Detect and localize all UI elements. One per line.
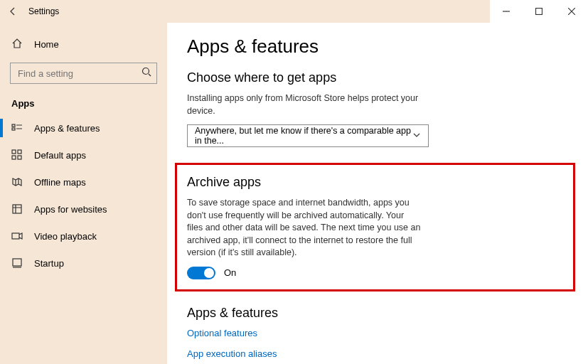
minimize-button[interactable] bbox=[490, 0, 523, 23]
svg-rect-8 bbox=[13, 205, 21, 213]
sidebar-item-label: Offline maps bbox=[34, 177, 86, 188]
svg-rect-7 bbox=[18, 156, 21, 159]
startup-icon bbox=[11, 257, 23, 269]
search-input[interactable] bbox=[10, 63, 157, 84]
close-button[interactable] bbox=[555, 0, 588, 23]
optional-features-link[interactable]: Optional features bbox=[187, 328, 568, 338]
svg-rect-9 bbox=[12, 233, 19, 239]
maximize-button[interactable] bbox=[523, 0, 555, 23]
titlebar: Settings bbox=[0, 0, 588, 23]
offline-maps-icon bbox=[11, 176, 23, 188]
sidebar-home[interactable]: Home bbox=[0, 31, 167, 57]
chevron-down-icon bbox=[412, 131, 421, 141]
app-execution-aliases-link[interactable]: App execution aliases bbox=[187, 348, 568, 359]
content-area: Apps & features Choose where to get apps… bbox=[167, 23, 588, 364]
sidebar-item-label: Apps & features bbox=[34, 123, 100, 134]
sidebar-item-label: Video playback bbox=[34, 231, 97, 242]
sidebar-item-default-apps[interactable]: Default apps bbox=[0, 141, 167, 168]
archive-toggle-label: On bbox=[224, 267, 236, 278]
archive-toggle[interactable] bbox=[187, 267, 215, 279]
apps-features-icon bbox=[11, 122, 23, 134]
apps-websites-icon bbox=[11, 203, 23, 215]
page-title: Apps & features bbox=[187, 36, 568, 58]
sidebar-group-label: Apps bbox=[0, 90, 167, 114]
svg-point-1 bbox=[143, 68, 149, 75]
section-choose-heading: Choose where to get apps bbox=[187, 70, 568, 85]
svg-rect-3 bbox=[12, 128, 15, 130]
sidebar-item-label: Startup bbox=[34, 258, 64, 269]
window-title: Settings bbox=[26, 6, 59, 16]
sidebar-item-video-playback[interactable]: Video playback bbox=[0, 223, 167, 250]
dropdown-value: Anywhere, but let me know if there's a c… bbox=[195, 126, 412, 146]
search-icon bbox=[141, 67, 151, 80]
apps-source-dropdown[interactable]: Anywhere, but let me know if there's a c… bbox=[187, 124, 429, 147]
archive-highlight-box: Archive apps To save storage space and i… bbox=[175, 163, 575, 291]
sidebar-item-label: Default apps bbox=[34, 150, 86, 161]
sidebar-item-apps-features[interactable]: Apps & features bbox=[0, 114, 167, 141]
section-choose-desc: Installing apps only from Microsoft Stor… bbox=[187, 92, 443, 117]
svg-rect-5 bbox=[18, 150, 21, 154]
svg-rect-6 bbox=[12, 156, 16, 159]
svg-rect-0 bbox=[536, 9, 542, 15]
sidebar-item-offline-maps[interactable]: Offline maps bbox=[0, 168, 167, 196]
default-apps-icon bbox=[11, 149, 23, 161]
sidebar-item-apps-for-websites[interactable]: Apps for websites bbox=[0, 196, 167, 223]
home-icon bbox=[11, 38, 23, 51]
svg-rect-4 bbox=[12, 150, 16, 154]
sidebar-item-startup[interactable]: Startup bbox=[0, 250, 167, 277]
sidebar-item-label: Apps for websites bbox=[34, 204, 107, 215]
sidebar-home-label: Home bbox=[34, 39, 59, 50]
section-archive-heading: Archive apps bbox=[187, 175, 563, 190]
back-button[interactable] bbox=[0, 0, 26, 23]
svg-rect-2 bbox=[12, 124, 15, 127]
section-apps-heading: Apps & features bbox=[187, 306, 568, 321]
svg-rect-10 bbox=[13, 259, 21, 266]
section-archive-desc: To save storage space and internet bandw… bbox=[187, 197, 422, 259]
sidebar: Home Apps Apps & features Default apps O… bbox=[0, 23, 167, 364]
video-icon bbox=[11, 230, 23, 242]
